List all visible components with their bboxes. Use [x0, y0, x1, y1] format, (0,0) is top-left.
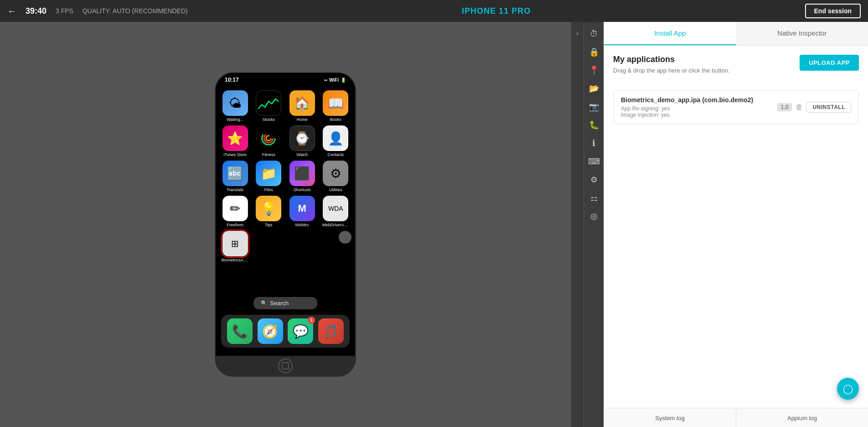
- toolbar-fingerprint-icon[interactable]: ◎: [586, 208, 602, 224]
- upload-app-button[interactable]: UPLOAD APP: [800, 55, 859, 71]
- dock-safari[interactable]: 🧭: [258, 318, 283, 344]
- my-apps-header: My applications Drag & drop the app here…: [613, 55, 859, 83]
- app-files[interactable]: 📁 Files: [254, 161, 284, 192]
- app-entry-detail1: App Re-signing: yes: [621, 105, 777, 112]
- app-label-freeform: Freeform: [222, 223, 249, 227]
- toolbar-bug-icon[interactable]: 🐛: [586, 117, 602, 133]
- app-fitness[interactable]: Fitness: [254, 125, 284, 157]
- app-icon-itunes: ⭐: [222, 125, 248, 151]
- delete-icon[interactable]: 🗑: [796, 103, 803, 111]
- toolbar-camera-icon[interactable]: 📷: [586, 99, 602, 115]
- app-label-books: Books: [322, 117, 349, 122]
- app-entry-actions: 1.0 🗑 UNINSTALL: [777, 102, 851, 113]
- toolbar-timer-icon[interactable]: ⏱: [586, 26, 602, 42]
- app-label-contacts: Contacts: [322, 152, 349, 157]
- app-utilities[interactable]: ⚙ Utilities: [321, 161, 351, 192]
- top-bar: ← 39:40 3 FPS QUALITY: AUTO (RECOMMENDED…: [0, 0, 868, 22]
- quality-label: QUALITY: AUTO (RECOMMENDED): [83, 7, 188, 15]
- app-label-biometrics: BiometricsAut...: [222, 258, 249, 262]
- main-content: 10:17 ▪▪ WiFi 🔋 🌤 Waiting...: [0, 22, 868, 427]
- app-label-tips: Tips: [255, 223, 282, 227]
- app-entry-info: Biometrics_demo_app.ipa (com.bio.demo2) …: [621, 96, 777, 118]
- phone-dock: 📞 🧭 💬 1 🎵: [221, 315, 350, 348]
- signal-icon: ▪▪: [324, 78, 327, 83]
- toolbar-keyboard-icon[interactable]: ⌨: [586, 153, 602, 170]
- home-button[interactable]: [278, 359, 293, 373]
- collapse-arrow-icon[interactable]: ›: [576, 26, 579, 41]
- app-books[interactable]: 📖 Books: [321, 90, 351, 122]
- dock-phone[interactable]: 📞: [227, 318, 253, 344]
- app-label-files: Files: [255, 187, 282, 192]
- app-waiting[interactable]: 🌤 Waiting...: [220, 90, 250, 122]
- fps-counter: 3 FPS: [56, 7, 73, 15]
- right-panel: Install App Native Inspector My applicat…: [604, 22, 868, 427]
- app-label-watch: Watch: [289, 152, 316, 157]
- app-tips[interactable]: 💡 Tips: [254, 196, 284, 227]
- app-watch[interactable]: ⌚ Watch: [287, 125, 317, 157]
- app-icon-files: 📁: [256, 161, 281, 186]
- toolbar-settings-icon[interactable]: ⚙: [586, 172, 602, 188]
- toolbar-folder-icon[interactable]: 📂: [586, 80, 602, 97]
- app-label-webdriver: WebDriverAge...: [322, 223, 349, 227]
- tab-native-inspector[interactable]: Native Inspector: [736, 22, 868, 45]
- device-name: IPHONE 11 PRO: [188, 6, 805, 16]
- app-label-translate: Translate: [222, 187, 249, 192]
- floating-circle-button[interactable]: [339, 231, 351, 244]
- version-badge: 1.0: [777, 103, 792, 111]
- app-entry: Biometrics_demo_app.ipa (com.bio.demo2) …: [613, 90, 859, 124]
- app-shortcuts[interactable]: ⬛ Shortcuts: [287, 161, 317, 192]
- right-panel-footer: System log Appium log: [604, 408, 868, 427]
- toolbar-lock-icon[interactable]: 🔒: [586, 44, 602, 60]
- search-icon: 🔍: [261, 300, 267, 306]
- section-title: My applications: [613, 55, 730, 64]
- app-icon-contacts: 👤: [323, 125, 348, 151]
- collapse-panel: ›: [571, 22, 584, 427]
- appium-log-tab[interactable]: Appium log: [736, 408, 868, 427]
- app-webdriver[interactable]: WDA WebDriverAge...: [321, 196, 351, 227]
- app-label-waiting: Waiting...: [222, 117, 249, 122]
- system-log-tab[interactable]: System log: [604, 408, 736, 427]
- phone-time: 10:17: [225, 77, 239, 83]
- app-icon-books: 📖: [323, 90, 348, 116]
- right-panel-content: My applications Drag & drop the app here…: [604, 46, 868, 408]
- app-icon-webdriver: WDA: [323, 196, 348, 221]
- app-translate[interactable]: 🔤 Translate: [220, 161, 250, 192]
- toolbar-info-icon[interactable]: ℹ: [586, 135, 602, 151]
- app-icon-freeform: ✏: [222, 196, 248, 221]
- app-icon-home: 🏠: [289, 90, 315, 116]
- uninstall-button[interactable]: UNINSTALL: [806, 102, 851, 113]
- my-apps-info: My applications Drag & drop the app here…: [613, 55, 730, 83]
- app-icon-shortcuts: ⬛: [289, 161, 315, 186]
- search-bar[interactable]: 🔍 Search: [253, 297, 317, 309]
- app-grid: 🌤 Waiting... Stocks 🏠 Home: [216, 85, 355, 262]
- svg-point-2: [266, 136, 271, 141]
- app-label-fitness: Fitness: [255, 152, 282, 157]
- back-button[interactable]: ←: [7, 6, 16, 16]
- app-mobitru[interactable]: M Mobitru: [287, 196, 317, 227]
- tab-install-app[interactable]: Install App: [604, 22, 736, 45]
- app-freeform[interactable]: ✏ Freeform: [220, 196, 250, 227]
- svg-point-1: [264, 134, 273, 143]
- app-icon-stocks: [256, 90, 281, 116]
- end-session-button[interactable]: End session: [805, 4, 861, 18]
- dock-music[interactable]: 🎵: [318, 318, 344, 344]
- section-subtitle: Drag & drop the app here or click the bu…: [613, 67, 730, 74]
- app-icon-tips: 💡: [256, 196, 281, 221]
- fab-button[interactable]: ◯: [837, 378, 859, 400]
- app-icon-fitness: [256, 125, 281, 151]
- app-biometrics[interactable]: ⊞ BiometricsAut...: [220, 231, 250, 262]
- app-icon-translate: 🔤: [222, 161, 248, 186]
- phone-status-bar: 10:17 ▪▪ WiFi 🔋: [216, 73, 355, 85]
- app-home[interactable]: 🏠 Home: [287, 90, 317, 122]
- dock-messages[interactable]: 💬 1: [288, 318, 313, 344]
- search-bar-container: 🔍 Search: [216, 292, 355, 315]
- app-label-mobitru: Mobitru: [289, 223, 316, 227]
- app-itunes[interactable]: ⭐ iTunes Store: [220, 125, 250, 157]
- app-contacts[interactable]: 👤 Contacts: [321, 125, 351, 157]
- search-label: Search: [270, 300, 289, 307]
- phone-screen[interactable]: 🌤 Waiting... Stocks 🏠 Home: [216, 85, 355, 356]
- phone-frame: 10:17 ▪▪ WiFi 🔋 🌤 Waiting...: [215, 72, 356, 377]
- toolbar-location-icon[interactable]: 📍: [586, 62, 602, 78]
- toolbar-apps-icon[interactable]: ⚏: [586, 190, 602, 206]
- app-stocks[interactable]: Stocks: [254, 90, 284, 122]
